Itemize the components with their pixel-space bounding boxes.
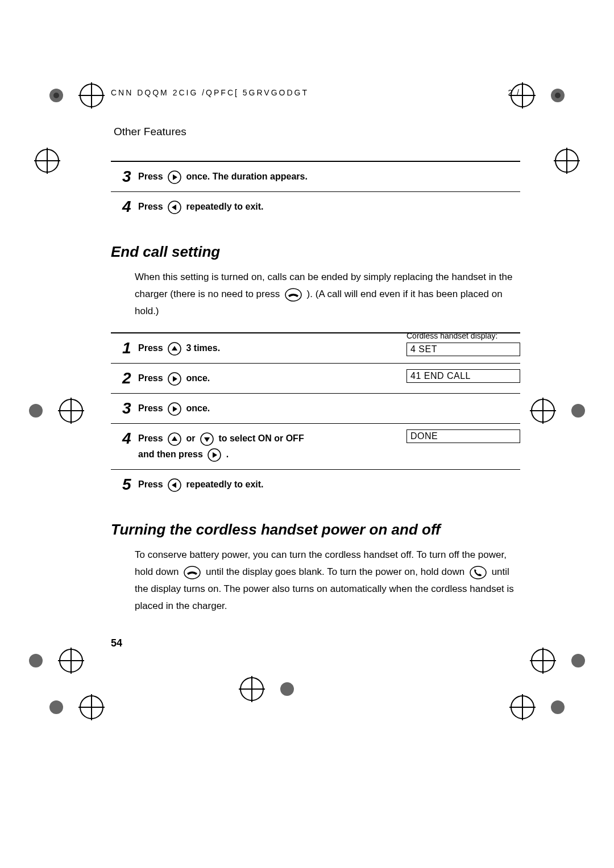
heading-end-call: End call setting — [111, 243, 520, 261]
right-arrow-button-icon — [208, 448, 221, 462]
svg-marker-47 — [172, 205, 176, 210]
step-4-top: 4 Press repeatedly to exit. — [111, 192, 520, 222]
step-number: 2 — [122, 370, 138, 386]
svg-point-24 — [29, 654, 43, 667]
step-number: 1 — [122, 340, 138, 356]
crop-mark-right-1 — [554, 148, 580, 174]
crop-mark-left-2 — [23, 398, 84, 424]
svg-marker-50 — [172, 346, 177, 350]
step-text: Press 3 times. — [138, 340, 220, 356]
header-line: CNN DQQM 2CIG /QPFC[ 5GRVGODGT 2 / — [111, 88, 520, 97]
left-arrow-button-icon — [168, 201, 181, 214]
header-left: CNN DQQM 2CIG /QPFC[ 5GRVGODGT — [111, 88, 309, 97]
svg-point-36 — [49, 700, 63, 714]
right-arrow-button-icon — [168, 402, 181, 416]
up-arrow-button-icon — [168, 342, 181, 356]
step-number: 4 — [122, 431, 138, 446]
svg-point-20 — [571, 404, 585, 418]
svg-point-1 — [53, 93, 59, 98]
step-number: 3 — [122, 400, 138, 416]
svg-marker-60 — [213, 452, 217, 458]
step-number: 4 — [122, 199, 138, 215]
page: CNN DQQM 2CIG /QPFC[ 5GRVGODGT 2 / Other… — [0, 0, 614, 868]
svg-point-64 — [470, 566, 486, 579]
talk-button-icon — [470, 566, 487, 579]
step-number: 3 — [122, 169, 138, 185]
up-arrow-button-icon — [168, 432, 181, 446]
hangup-button-icon — [285, 288, 302, 302]
crop-mark-right-2 — [530, 398, 591, 424]
crop-mark-right-3 — [530, 648, 591, 674]
crop-mark-bot-r — [509, 694, 571, 720]
section-label: Other Features — [114, 126, 520, 138]
end-call-steps: Cordless handset display: 4 SET 1 Press … — [111, 332, 520, 499]
svg-marker-52 — [173, 376, 177, 382]
end-call-paragraph: When this setting is turned on, calls ca… — [135, 269, 520, 320]
step-text: Press repeatedly to exit. — [138, 199, 264, 215]
endcall-step-5: 5 Press repeatedly to exit. — [111, 470, 520, 499]
crop-mark-left-3 — [23, 648, 84, 674]
step-text: Press or to select ON or OFF and then pr… — [138, 431, 320, 462]
display-box-set: 4 SET — [406, 343, 520, 356]
svg-marker-56 — [172, 436, 177, 441]
step-3-top: 3 Press once. The duration appears. — [111, 162, 520, 191]
svg-marker-62 — [172, 482, 176, 488]
svg-point-9 — [555, 93, 561, 98]
display-box-done: DONE — [406, 429, 520, 443]
crop-mark-bot-l — [43, 694, 105, 720]
crop-mark-bottom-mid — [239, 676, 300, 702]
svg-marker-45 — [173, 174, 177, 180]
hangup-button-icon — [184, 566, 201, 579]
step-text: Press once. — [138, 400, 210, 416]
svg-point-43 — [551, 700, 565, 714]
svg-marker-54 — [173, 406, 177, 412]
down-arrow-button-icon — [200, 432, 214, 446]
display-box-endcall: 41 END CALL — [406, 369, 520, 383]
step-text: Press once. — [138, 370, 210, 386]
power-paragraph: To conserve battery power, you can turn … — [135, 546, 520, 615]
svg-marker-58 — [204, 437, 210, 442]
heading-power: Turning the cordless handset power on an… — [111, 521, 520, 539]
left-arrow-button-icon — [168, 478, 181, 492]
crop-mark-top-left — [43, 82, 105, 108]
display-label: Cordless handset display: — [406, 331, 520, 340]
svg-point-13 — [29, 404, 43, 418]
step-number: 5 — [122, 477, 138, 493]
endcall-step-3: 3 Press once. — [111, 394, 520, 423]
right-arrow-button-icon — [168, 372, 181, 386]
content-area: CNN DQQM 2CIG /QPFC[ 5GRVGODGT 2 / Other… — [111, 88, 520, 649]
svg-point-31 — [571, 654, 585, 667]
page-number: 54 — [111, 637, 520, 649]
step-text: Press once. The duration appears. — [138, 169, 308, 185]
step-text: Press repeatedly to exit. — [138, 477, 264, 493]
crop-mark-left-1 — [34, 148, 60, 174]
header-right: 2 / — [508, 88, 520, 97]
svg-point-35 — [280, 682, 294, 696]
right-arrow-button-icon — [168, 170, 181, 184]
